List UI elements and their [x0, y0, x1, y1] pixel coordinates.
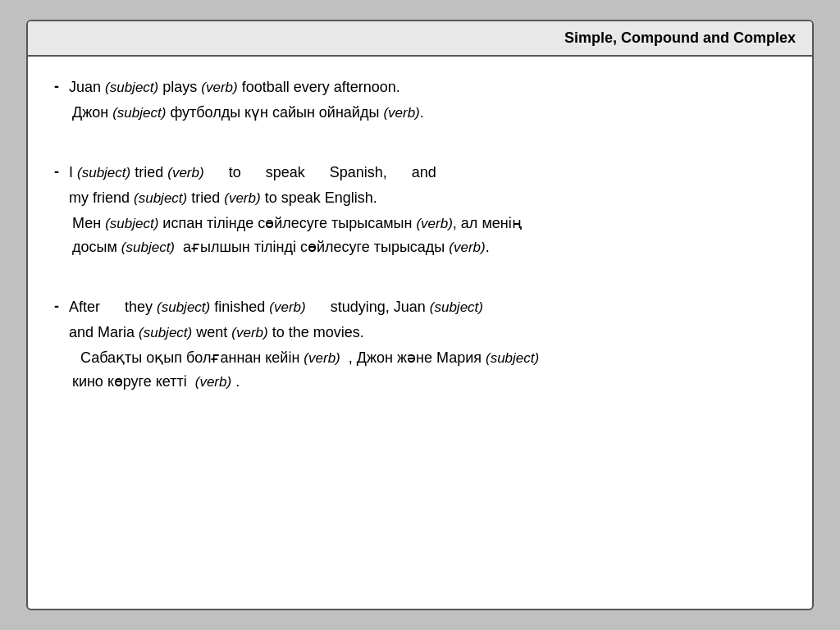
sentence-content-3: After they (subject) finished (verb) stu… [69, 296, 786, 393]
verb-label-3c: (verb) [304, 350, 340, 366]
subject-label-3d: (subject) [486, 350, 539, 366]
dash-2: - [54, 163, 59, 180]
verb-label-1b: (verb) [383, 105, 419, 121]
sentence-block-2: - I (subject) tried (verb) to speak Span… [54, 162, 786, 258]
main-card: Simple, Compound and Complex - Juan (sub… [26, 20, 814, 610]
translation-line-3a: Сабақты оқып болғаннан кейін (verb) , Дж… [69, 347, 786, 369]
verb-label-2b: (verb) [224, 190, 260, 206]
verb-label-3a: (verb) [269, 299, 305, 315]
subject-label-3b: (subject) [430, 299, 483, 315]
english-line-2a: I (subject) tried (verb) to speak Spanis… [69, 162, 786, 184]
translation-line-1: Джон (subject) футболды күн сайын ойнайд… [69, 102, 786, 124]
english-line-1: Juan (subject) plays (verb) football eve… [69, 76, 786, 98]
subject-label-2d: (subject) [121, 240, 175, 255]
spacer-1 [54, 147, 786, 162]
english-line-3b: and Maria (subject) went (verb) to the m… [69, 322, 786, 344]
card-body: - Juan (subject) plays (verb) football e… [28, 57, 812, 609]
sentence-block-3: - After they (subject) finished (verb) s… [54, 296, 786, 393]
verb-label-1a: (verb) [201, 80, 237, 95]
english-line-2b: my friend (subject) tried (verb) to spea… [69, 187, 786, 209]
verb-label-3b: (verb) [231, 325, 267, 340]
verb-label-2c: (verb) [416, 216, 452, 231]
subject-label-3c: (subject) [139, 325, 192, 340]
card-header: Simple, Compound and Complex [28, 21, 812, 57]
verb-label-2d: (verb) [449, 240, 485, 255]
sentence-content-2: I (subject) tried (verb) to speak Spanis… [69, 162, 786, 258]
spacer-2 [54, 281, 786, 296]
page-title: Simple, Compound and Complex [564, 30, 796, 46]
sentence-row-2: - I (subject) tried (verb) to speak Span… [54, 162, 786, 258]
subject-label-1b: (subject) [112, 105, 166, 121]
subject-label-2b: (subject) [134, 190, 187, 206]
verb-label-3d: (verb) [195, 374, 231, 390]
dash-1: - [54, 78, 59, 95]
sentence-block-1: - Juan (subject) plays (verb) football e… [54, 76, 786, 124]
dash-3: - [54, 298, 59, 315]
sentence-content-1: Juan (subject) plays (verb) football eve… [69, 76, 786, 124]
translation-line-2b: досым (subject) ағылшын тілінді сөйлесуг… [69, 236, 786, 258]
english-line-3a: After they (subject) finished (verb) stu… [69, 296, 786, 318]
subject-label-3a: (subject) [157, 299, 210, 315]
translation-line-3b: кино көруге кетті (verb) . [69, 371, 786, 393]
sentence-row-3: - After they (subject) finished (verb) s… [54, 296, 786, 393]
subject-label-2a: (subject) [77, 165, 130, 180]
translation-line-2a: Мен (subject) испан тілінде сөйлесуге ты… [69, 212, 786, 235]
sentence-row-1: - Juan (subject) plays (verb) football e… [54, 76, 786, 124]
subject-label-1a: (subject) [105, 80, 158, 95]
subject-label-2c: (subject) [105, 216, 158, 231]
verb-label-2a: (verb) [167, 165, 203, 180]
